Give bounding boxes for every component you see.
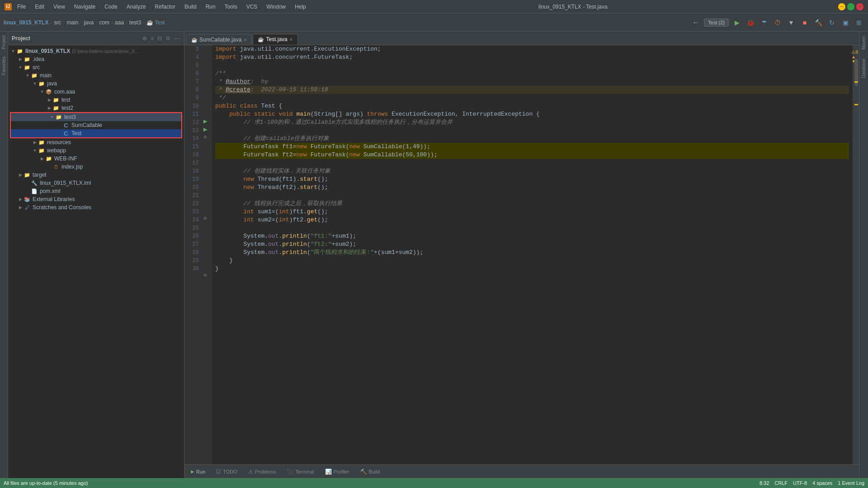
tree-item-test-folder[interactable]: ▶ 📁 test — [8, 96, 184, 104]
todo-tab[interactable]: ☑ TODO — [213, 468, 240, 476]
tree-item-java[interactable]: ▼ 📁 java — [8, 80, 184, 88]
indent-setting[interactable]: 4 spaces — [812, 480, 832, 486]
sumcallable-icon: C — [62, 122, 70, 129]
tree-item-idea[interactable]: ▶ 📁 .idea — [8, 55, 184, 63]
title-bar-left: IJ FileEditViewNavigateCodeAnalyzeRefact… — [5, 3, 308, 11]
close-button[interactable]: ✕ — [856, 3, 863, 10]
project-collapse-icon[interactable]: ≡ — [150, 34, 155, 42]
tree-item-root[interactable]: ▼ 📁 linux_0915_KTLX D:\java-baties-space… — [8, 47, 184, 55]
project-sync-icon[interactable]: ⊟ — [156, 34, 163, 42]
favorites-sidebar-tab[interactable]: Favorites — [1, 56, 6, 75]
menu-item-window[interactable]: Window — [264, 3, 288, 11]
menu-item-refactor[interactable]: Refactor — [153, 3, 177, 11]
dropdown-button[interactable]: ▼ — [786, 17, 797, 28]
tree-item-test-file[interactable]: C Test — [11, 129, 181, 137]
menu-item-build[interactable]: Build — [183, 3, 198, 11]
build-tab[interactable]: 🔨 Build — [358, 468, 382, 476]
menu-item-help[interactable]: Help — [293, 3, 308, 11]
tree-item-src[interactable]: ▼ 📁 src — [8, 63, 184, 71]
back-button[interactable]: ← — [690, 17, 701, 28]
code-line-9: */ — [215, 94, 849, 102]
tree-item-indexjsp[interactable]: 🗒 index.jsp — [8, 163, 184, 171]
tree-item-scratches[interactable]: ▶ 🖊 Scratches and Consoles — [8, 203, 184, 211]
run-tab[interactable]: ▶ Run — [188, 468, 208, 475]
code-line-3: import java.util.concurrent.ExecutionExc… — [215, 45, 849, 53]
scratches-label: Scratches and Consoles — [33, 204, 91, 211]
breadcrumb-root[interactable]: linux_0915_KTLX — [4, 19, 48, 26]
tree-item-target[interactable]: ▶ 📁 target — [8, 171, 184, 179]
project-minimize-icon[interactable]: — — [173, 34, 180, 42]
run-icon: ▶ — [191, 469, 194, 474]
status-left: All files are up-to-date (5 minutes ago) — [4, 480, 88, 486]
line-ending[interactable]: CRLF — [774, 480, 788, 486]
project-config-icon[interactable]: ⚙ — [165, 34, 171, 42]
tree-item-pomxml[interactable]: 📄 pom.xml — [8, 187, 184, 195]
maven-panel-tab[interactable]: Maven — [861, 36, 866, 50]
webinf-label: WEB-INF — [54, 155, 77, 162]
main-content: Project Favorites Project ⊕ ≡ ⊟ ⚙ — ▼ 📁 … — [0, 32, 868, 478]
menu-item-view[interactable]: View — [52, 3, 67, 11]
java-folder-icon: 📁 — [38, 80, 45, 87]
project-panel-icons: ⊕ ≡ ⊟ ⚙ — — [142, 34, 180, 42]
menu-item-edit[interactable]: Edit — [33, 3, 46, 11]
right-scrollbar[interactable]: ⚠8 ▲ ▼ — [853, 45, 859, 465]
tree-item-test2-folder[interactable]: ▶ 📁 test2 — [8, 104, 184, 112]
terminal-tab[interactable]: ⬛ Terminal — [284, 468, 317, 476]
charset[interactable]: UTF-8 — [793, 480, 807, 486]
idea-label: .idea — [33, 56, 44, 62]
tree-item-main[interactable]: ▼ 📁 main — [8, 71, 184, 80]
fold-icon-11[interactable]: ▶ — [203, 127, 207, 132]
debug-button[interactable]: 🐞 — [745, 17, 756, 28]
profile-button[interactable]: ⏱ — [772, 17, 783, 28]
run-button[interactable]: ▶ — [731, 17, 742, 28]
fold-icon-10[interactable]: ▶ — [203, 118, 207, 124]
tree-item-test3-folder[interactable]: ▼ 📁 test3 — [11, 113, 181, 121]
sync-button[interactable]: ↻ — [826, 17, 837, 28]
test-tab-close[interactable]: ✕ — [289, 37, 293, 42]
code-line-28: System.out.println("两个线程求和的结果:"+(sum1+su… — [215, 249, 849, 257]
menu-item-navigate[interactable]: Navigate — [72, 3, 97, 11]
menu-item-run[interactable]: Run — [204, 3, 217, 11]
minimize-button[interactable]: ─ — [838, 3, 845, 10]
test3-folder-icon: 📁 — [55, 113, 62, 121]
tree-item-resources[interactable]: ▶ 📁 resources — [8, 138, 184, 146]
build-tab-label: Build — [369, 469, 380, 474]
editor-tabs: ☕ SumCallable.java ✕ ☕ Test.java ✕ — [184, 32, 859, 45]
event-log[interactable]: 1 Event Log — [838, 480, 864, 486]
coverage-button[interactable]: ☂ — [759, 17, 769, 28]
menu-item-tools[interactable]: Tools — [223, 3, 239, 11]
jsp-file-icon: 🗒 — [52, 163, 60, 170]
tab-sumcallable[interactable]: ☕ SumCallable.java ✕ — [186, 34, 252, 45]
profiler-tab[interactable]: 📊 Profiler — [322, 468, 352, 476]
sumcallable-tab-close[interactable]: ✕ — [243, 38, 247, 42]
window-controls[interactable]: ─ □ ✕ — [838, 3, 863, 10]
cursor-position[interactable]: 8:32 — [760, 480, 769, 486]
project-settings-icon[interactable]: ⊕ — [142, 34, 148, 42]
problems-tab[interactable]: ⚠ Problems — [245, 468, 278, 476]
menu-item-vcs[interactable]: VCS — [245, 3, 259, 11]
maximize-button[interactable]: □ — [847, 3, 854, 10]
terminal-button[interactable]: ▣ — [840, 17, 851, 28]
tree-item-sumcallable[interactable]: C SumCallable — [11, 121, 181, 129]
webapp-folder-icon: 📁 — [38, 147, 45, 154]
red-highlight-box: ▼ 📁 test3 C SumCallable C Test — [10, 112, 182, 138]
layout-button[interactable]: ⊞ — [854, 17, 864, 28]
code-line-26: System.out.println("ft1:"+sum1); — [215, 232, 849, 240]
tree-item-extlibs[interactable]: ▶ 📚 External Libraries — [8, 195, 184, 203]
tree-item-webinf[interactable]: ▶ 📁 WEB-INF — [8, 155, 184, 163]
tab-test[interactable]: ☕ Test.java ✕ — [253, 34, 297, 45]
tree-item-iml[interactable]: 🔧 linux_0915_KTLX.iml — [8, 179, 184, 187]
build-button[interactable]: 🔨 — [813, 17, 824, 28]
project-sidebar-tab[interactable]: Project — [1, 35, 6, 49]
tree-item-webapp[interactable]: ▼ 📁 webapp — [8, 146, 184, 155]
menu-item-file[interactable]: File — [15, 3, 28, 11]
database-panel-tab[interactable]: Database — [861, 59, 866, 78]
tree-item-comaaa[interactable]: ▼ 📦 com.aaa — [8, 88, 184, 96]
menu-item-code[interactable]: Code — [103, 3, 119, 11]
code-editor[interactable]: import java.util.concurrent.ExecutionExc… — [212, 45, 853, 465]
stop-button[interactable]: ■ — [799, 17, 810, 28]
menu-item-analyze[interactable]: Analyze — [125, 3, 148, 11]
code-line-13 — [215, 127, 849, 135]
run-config-selector[interactable]: Test (2) — [704, 19, 729, 27]
warning-count: ⚠8 — [851, 50, 858, 55]
